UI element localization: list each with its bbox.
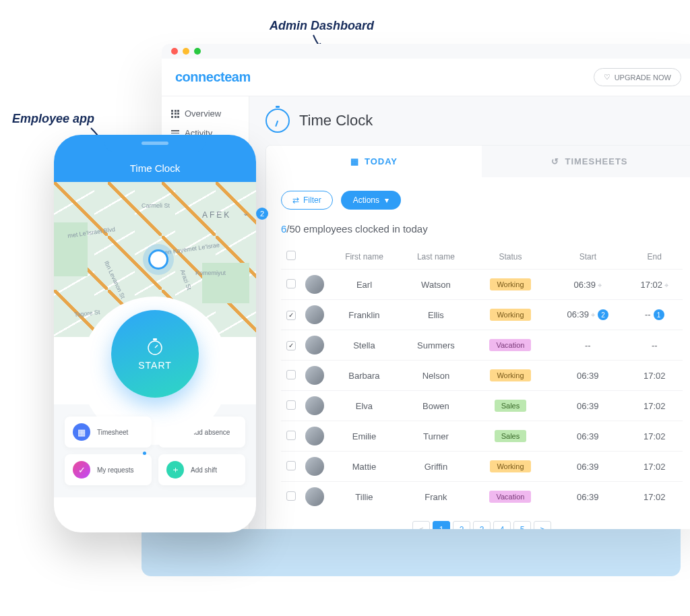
tabs: ▦ TODAY ↺ TIMESHEETS [265, 145, 690, 177]
table-row[interactable]: EarlWatsonWorking06:39⌖17:02⌖ [281, 270, 683, 300]
page-5[interactable]: 5 [513, 521, 531, 529]
cell-first-name: Mattie [328, 452, 400, 482]
area-label: AFEK [202, 210, 231, 220]
table-row[interactable]: EmilieTurnerSales06:3917:02 [281, 421, 683, 452]
avatar [305, 396, 324, 415]
employee-app-phone: Time Clock met Le'Israel Blvd Keren Kaye… [54, 135, 256, 532]
quick-label: Add shift [191, 466, 217, 474]
quick-label: Timesheet [97, 429, 128, 436]
cell-end: 17:02 [627, 482, 683, 512]
quick-label: My requests [97, 466, 133, 474]
table-row[interactable]: StellaSummersVacation---- [281, 330, 683, 361]
page-3[interactable]: 3 [473, 521, 491, 529]
tab-label: TODAY [365, 156, 398, 166]
table-row[interactable]: ElvaBowenSales06:3917:02 [281, 391, 683, 421]
status-badge: Working [490, 278, 530, 290]
brand-logo: connecteam [175, 69, 251, 85]
row-checkbox[interactable] [286, 370, 296, 379]
minimize-icon[interactable] [183, 48, 189, 55]
row-checkbox[interactable] [286, 431, 296, 440]
street-label: Komemiyut [195, 270, 226, 276]
status-badge: Sales [495, 400, 527, 412]
cell-last-name: Ellis [400, 300, 472, 330]
page-title-text: Time Clock [299, 112, 373, 129]
row-checkbox[interactable] [286, 461, 296, 470]
row-checkbox[interactable] [286, 341, 296, 350]
window-titlebar [162, 44, 690, 59]
filter-label: Filter [303, 195, 321, 205]
tab-today[interactable]: ▦ TODAY [266, 146, 482, 177]
count-badge: 1 [654, 309, 664, 320]
page-title: Time Clock [265, 109, 690, 133]
street-label: Carmeli St [142, 202, 170, 209]
page-2[interactable]: 2 [453, 521, 470, 529]
table-row[interactable]: MattieGriffinWorking06:3917:02 [281, 452, 683, 482]
label-admin-dashboard: Admin Dashboard [270, 19, 374, 33]
cell-start: 06:39⌖2 [549, 300, 627, 330]
table-row[interactable]: BarbaraNelsonWorking06:3917:02 [281, 361, 683, 391]
row-checkbox[interactable] [286, 311, 296, 320]
col-start: Start [549, 244, 627, 270]
sidebar-item-overview[interactable]: Overview [171, 109, 239, 119]
page-prev[interactable]: < [412, 521, 430, 529]
close-icon[interactable] [171, 48, 178, 55]
employee-table: First name Last name Status Start End Ea… [281, 244, 683, 512]
avatar [305, 457, 324, 476]
col-status: Status [472, 244, 549, 270]
history-icon: ↺ [551, 156, 559, 166]
maximize-icon[interactable] [194, 48, 201, 55]
stopwatch-icon [146, 337, 164, 356]
table-row[interactable]: TillieFrankVacation06:3917:02 [281, 482, 683, 512]
row-checkbox[interactable] [286, 491, 296, 501]
col-first-name: First name [328, 244, 400, 270]
avatar [305, 427, 324, 445]
panel: ⇄ Filter Actions ▾ 6/50 employees clocke… [265, 177, 690, 529]
status-badge: Working [490, 309, 530, 321]
start-clock-button[interactable]: START [111, 310, 199, 398]
chevron-down-icon: ▾ [385, 195, 389, 205]
tab-timesheets[interactable]: ↺ TIMESHEETS [482, 146, 690, 177]
quick-add-shift[interactable]: ＋ Add shift [158, 454, 245, 485]
cell-last-name: Nelson [400, 361, 472, 391]
cell-start: 06:39 [549, 452, 627, 482]
quick-timesheet[interactable]: ▦ Timesheet [65, 417, 152, 448]
cell-first-name: Tillie [328, 482, 400, 512]
actions-label: Actions [353, 195, 379, 205]
avatar [305, 487, 324, 506]
avatar [305, 336, 324, 355]
cell-end: 17:02 [627, 421, 683, 452]
row-checkbox[interactable] [286, 400, 296, 410]
actions-button[interactable]: Actions ▾ [341, 191, 401, 210]
upgrade-button[interactable]: ♡ UPGRADE NOW [594, 68, 681, 86]
calendar-icon: ▦ [350, 156, 359, 166]
cell-last-name: Bowen [400, 391, 472, 421]
cell-last-name: Frank [400, 482, 472, 512]
topbar: connecteam ♡ UPGRADE NOW ▦ [162, 59, 690, 96]
grid-icon [171, 110, 179, 118]
svg-rect-2 [153, 338, 157, 340]
location-pin-icon: ⌖ [591, 311, 595, 319]
cell-start: -- [549, 330, 627, 361]
select-all-checkbox[interactable] [286, 251, 296, 260]
cell-end: --1 [627, 300, 683, 330]
cell-last-name: Summers [400, 330, 472, 361]
cell-end: 17:02 [627, 361, 683, 391]
page-1[interactable]: 1 [433, 521, 450, 529]
summary: 6/50 employees clocked in today [281, 223, 683, 235]
location-pin-icon: ⌖ [598, 281, 602, 289]
label-employee-app: Employee app [12, 112, 94, 126]
heart-icon: ♡ [604, 73, 610, 82]
page-4[interactable]: 4 [493, 521, 511, 529]
cell-end: -- [627, 330, 683, 361]
page-next[interactable]: > [534, 521, 551, 529]
row-checkbox[interactable] [286, 279, 296, 288]
cell-first-name: Emilie [328, 421, 400, 452]
quick-my-requests[interactable]: ✓ My requests [65, 454, 152, 485]
notification-badge: 2 [256, 208, 268, 220]
summary-total: 50 [290, 223, 301, 235]
table-row[interactable]: FranklinEllisWorking06:39⌖2--1 [281, 300, 683, 330]
svg-line-1 [155, 345, 158, 348]
chevron-down-icon[interactable]: ⌄ [243, 209, 249, 218]
filter-button[interactable]: ⇄ Filter [281, 191, 333, 210]
filter-icon: ⇄ [292, 195, 299, 205]
